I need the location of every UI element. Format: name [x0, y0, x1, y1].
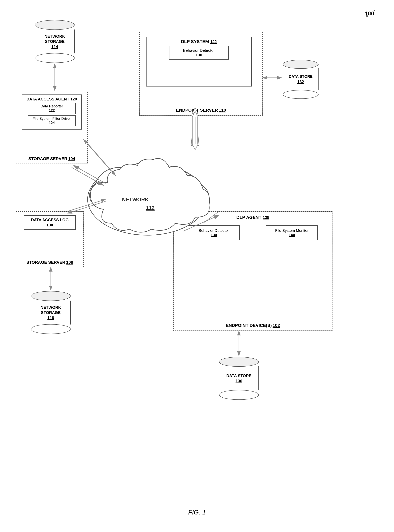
data-access-log-ref: 130 [47, 223, 53, 227]
endpoint-server-110-box: DLP SYSTEM 142 Behavior Detector 130 END… [139, 32, 263, 116]
dlp-system-142-box: DLP SYSTEM 142 Behavior Detector 130 [146, 37, 252, 86]
endpoint-devices-102-label: ENDPOINT DEVICE(S) [226, 323, 272, 328]
endpoint-server-110-ref: 110 [219, 108, 226, 113]
storage-server-108-label: STORAGE SERVER [26, 260, 65, 265]
network-storage-114-ref: 114 [51, 44, 58, 49]
storage-server-108-ref: 108 [66, 260, 73, 265]
file-system-monitor-ref: 140 [289, 233, 295, 237]
endpoint-server-110-label: ENDPOINT SERVER [176, 108, 218, 113]
file-system-filter-label: File System Filter Driver [33, 117, 71, 121]
dlp-agent-label: DLP AGENT [236, 215, 261, 220]
storage-server-104-label: STORAGE SERVER [28, 156, 67, 161]
svg-line-0 [367, 10, 375, 16]
fig-label: FIG. 1 [188, 509, 206, 516]
behavior-detector-dlp-ref: 130 [196, 53, 202, 57]
svg-text:112: 112 [146, 205, 155, 211]
behavior-detector-dlp-label: Behavior Detector [183, 48, 215, 53]
data-store-136-label: DATA STORE [226, 373, 251, 378]
file-system-filter-124-box: File System Filter Driver 124 [28, 115, 76, 126]
dlp-agent-ref: 138 [263, 215, 269, 220]
endpoint-devices-102-ref: 102 [273, 323, 280, 328]
data-access-agent-ref: 120 [71, 97, 77, 101]
svg-text:NETWORK: NETWORK [122, 197, 149, 202]
data-access-agent-label: DATA ACCESS AGENT [26, 97, 69, 101]
svg-marker-23 [191, 114, 199, 144]
data-store-136: DATA STORE 136 [219, 357, 259, 400]
data-access-agent-120-box: DATA ACCESS AGENT 120 Data Reporter 122 … [22, 95, 82, 130]
data-store-132: DATA STORE 132 [283, 60, 319, 99]
dlp-system-label: DLP SYSTEM [181, 39, 209, 44]
network-storage-118-ref: 118 [47, 315, 54, 320]
data-reporter-label: Data Reporter [40, 104, 63, 108]
storage-server-108-box: DATA ACCESS LOG 130 STORAGE SERVER 108 [16, 211, 84, 267]
data-access-log-130-box: DATA ACCESS LOG 130 [24, 215, 76, 230]
network-storage-114: NETWORK STORAGE 114 [35, 20, 75, 63]
network-storage-114-label: NETWORK STORAGE [44, 34, 65, 44]
data-access-log-label: DATA ACCESS LOG [31, 218, 69, 222]
ref-arrow-icon [363, 8, 379, 18]
file-system-monitor-140-box: File System Monitor 140 [266, 225, 318, 240]
data-store-132-label: DATA STORE [289, 74, 313, 79]
network-storage-118-label: NETWORK STORAGE [40, 305, 61, 315]
file-system-monitor-label: File System Monitor [275, 229, 309, 233]
behavior-detector-130-dlp-box: Behavior Detector 130 [169, 46, 229, 60]
svg-rect-24 [192, 114, 198, 144]
network-cloud-svg: NETWORK 112 [80, 144, 215, 243]
svg-marker-29 [191, 117, 199, 145]
storage-server-104-ref: 104 [68, 156, 75, 161]
data-store-136-ref: 136 [236, 379, 242, 383]
storage-server-104-box: DATA ACCESS AGENT 120 Data Reporter 122 … [16, 92, 88, 164]
file-system-filter-ref: 124 [49, 121, 55, 125]
data-store-132-ref: 132 [297, 80, 304, 84]
network-storage-118: NETWORK STORAGE 118 [31, 291, 71, 334]
data-reporter-122-box: Data Reporter 122 [28, 103, 76, 114]
diagram: 100 NETWORK STORAGE 114 DATA ACCESS AGEN… [0, 0, 394, 532]
dlp-system-ref: 142 [210, 39, 217, 44]
fig-label-text: FIG. 1 [188, 509, 206, 516]
data-reporter-ref: 122 [49, 108, 55, 112]
